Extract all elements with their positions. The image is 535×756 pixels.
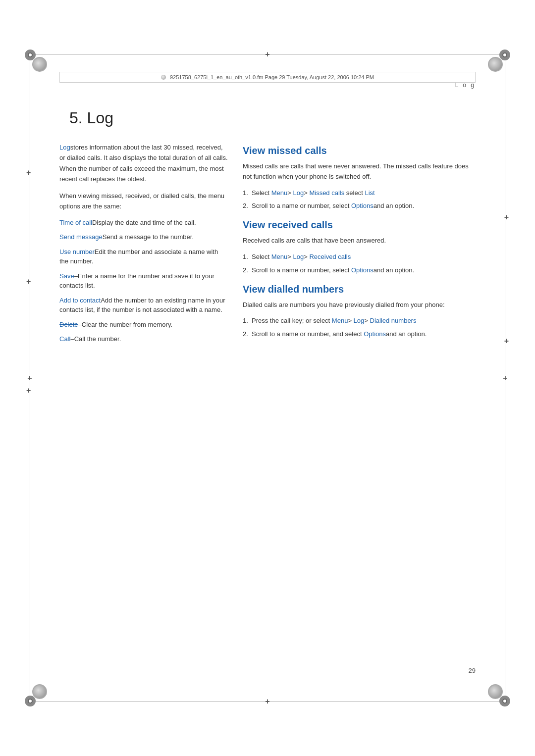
chapter-title: 5. Log <box>59 109 476 127</box>
menu-link-mc1: Menu <box>271 189 288 197</box>
menu-item-use-number: Use numberEdit the number and associate … <box>59 247 228 266</box>
log-link-rc1: Log <box>293 253 304 260</box>
menu-link-rc1: Menu <box>271 253 288 260</box>
section-heading-dialled-numbers: View dialled numbers <box>243 284 476 295</box>
dialled-numbers-step-1: 1. Press the call key; or select Menu> L… <box>243 316 476 326</box>
menu-item-save: Save–Enter a name for the number and sav… <box>59 271 228 291</box>
top-right-chapter-label: L o g <box>455 82 476 89</box>
corner-mark-tr <box>499 50 510 60</box>
options-link-rc: Options <box>351 266 374 274</box>
received-calls-steps: 1. Select Menu> Log> Received calls 2. S… <box>243 252 476 276</box>
missed-calls-step-1: 1. Select Menu> Log> Missed calls select… <box>243 188 476 199</box>
section-heading-received-calls: View received calls <box>243 219 476 231</box>
log-link-dn1: Log <box>354 317 365 324</box>
dialled-numbers-step-2: 2. Scroll to a name or number, and selec… <box>243 329 476 340</box>
header-file-info: 9251758_6275i_1_en_au_oth_v1.0.fm Page 2… <box>170 74 374 80</box>
header-bar: 9251758_6275i_1_en_au_oth_v1.0.fm Page 2… <box>59 72 476 83</box>
chapter-number: 5. <box>69 109 83 127</box>
options-link-dn: Options <box>364 330 386 338</box>
received-calls-description: Received calls are calls that have been … <box>243 236 476 246</box>
chapter-name: Log <box>87 109 113 127</box>
section-heading-missed-calls: View missed calls <box>243 145 476 156</box>
list-link-mc: List <box>365 189 374 197</box>
options-link-mc: Options <box>351 202 374 209</box>
print-mark-tr <box>488 57 503 72</box>
corner-mark-bl <box>25 696 36 706</box>
left-crosshair-2: + <box>26 277 31 286</box>
header-dot <box>161 75 166 80</box>
corner-mark-br <box>499 696 510 706</box>
dialled-numbers-description: Dialled calls are numbers you have previ… <box>243 300 476 310</box>
menu-link-dn1: Menu <box>332 317 348 324</box>
left-column: Logstores information about the last 30 … <box>59 142 228 349</box>
dialled-numbers-steps: 1. Press the call key; or select Menu> L… <box>243 316 476 340</box>
right-crosshair-1: + <box>504 213 509 222</box>
print-mark-br <box>488 684 503 699</box>
crosshair-top <box>264 51 271 58</box>
menu-item-send-message: Send messageSend a message to the number… <box>59 232 228 242</box>
section-view-dialled-numbers: View dialled numbers Dialled calls are n… <box>243 284 476 340</box>
left-crosshair-3: + <box>26 386 31 395</box>
received-calls-link: Received calls <box>309 253 351 260</box>
intro-text-1: stores information about the last 30 mis… <box>59 144 228 183</box>
menu-item-add-to-contact: Add to contactAdd the number to an exist… <box>59 296 228 315</box>
menu-item-delete: Delete–Clear the number from memory. <box>59 320 228 330</box>
log-link-intro: Log <box>59 144 70 151</box>
print-mark-tl <box>32 57 47 72</box>
menu-item-time-of-call: Time of callDisplay the date and time of… <box>59 218 228 228</box>
missed-calls-steps: 1. Select Menu> Log> Missed calls select… <box>243 188 476 212</box>
section-view-received-calls: View received calls Received calls are c… <box>243 219 476 275</box>
left-column-text: Logstores information about the last 30 … <box>59 142 228 344</box>
missed-calls-description: Missed calls are calls that were never a… <box>243 161 476 182</box>
section-view-missed-calls: View missed calls Missed calls are calls… <box>243 145 476 211</box>
page-number: 29 <box>469 667 476 674</box>
content-area: 5. Log Logstores information about the l… <box>59 99 476 684</box>
crosshair-right <box>502 375 509 382</box>
dialled-numbers-link: Dialled numbers <box>370 317 417 324</box>
missed-calls-link: Missed calls <box>309 189 344 197</box>
received-calls-step-1: 1. Select Menu> Log> Received calls <box>243 252 476 262</box>
menu-item-call: Call–Call the number. <box>59 334 228 344</box>
crosshair-left <box>26 375 33 382</box>
received-calls-step-2: 2. Scroll to a name or number, select Op… <box>243 265 476 276</box>
two-column-layout: Logstores information about the last 30 … <box>59 142 476 349</box>
intro-paragraph-2: When viewing missed, received, or dialle… <box>59 191 228 212</box>
missed-calls-step-2: 2. Scroll to a name or number, select Op… <box>243 201 476 211</box>
right-crosshair-2: + <box>504 337 509 346</box>
right-column: View missed calls Missed calls are calls… <box>243 142 476 349</box>
log-link-mc1: Log <box>293 189 304 197</box>
intro-paragraph-1: Logstores information about the last 30 … <box>59 142 228 185</box>
crosshair-bottom <box>264 698 271 705</box>
left-crosshair-1: + <box>26 168 31 177</box>
print-mark-bl <box>32 684 47 699</box>
